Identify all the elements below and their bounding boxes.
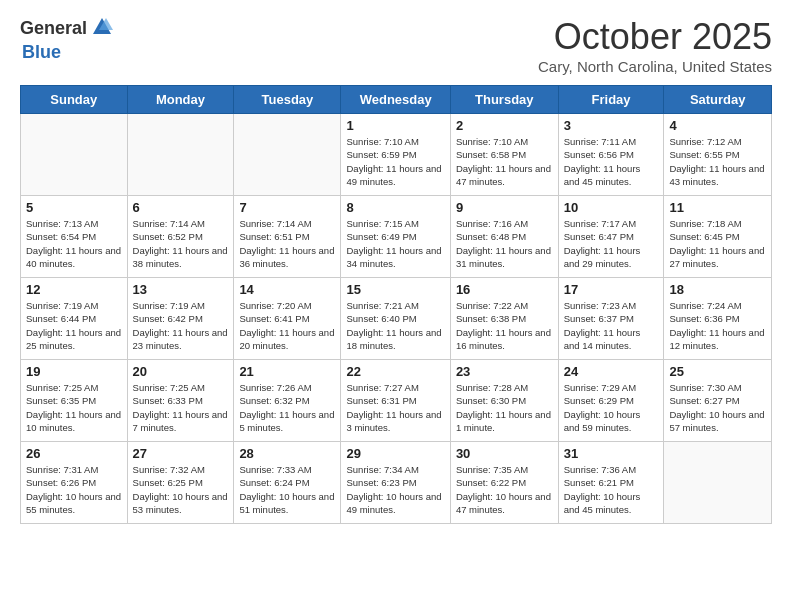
day-info: Sunrise: 7:26 AM Sunset: 6:32 PM Dayligh…	[239, 381, 335, 434]
day-info: Sunrise: 7:34 AM Sunset: 6:23 PM Dayligh…	[346, 463, 444, 516]
day-number: 10	[564, 200, 659, 215]
day-number: 31	[564, 446, 659, 461]
calendar-cell	[234, 114, 341, 196]
calendar-header-row: Sunday Monday Tuesday Wednesday Thursday…	[21, 86, 772, 114]
calendar-table: Sunday Monday Tuesday Wednesday Thursday…	[20, 85, 772, 524]
day-info: Sunrise: 7:28 AM Sunset: 6:30 PM Dayligh…	[456, 381, 553, 434]
day-info: Sunrise: 7:10 AM Sunset: 6:58 PM Dayligh…	[456, 135, 553, 188]
month-title: October 2025	[538, 16, 772, 58]
day-number: 3	[564, 118, 659, 133]
calendar-cell: 20Sunrise: 7:25 AM Sunset: 6:33 PM Dayli…	[127, 360, 234, 442]
calendar-week-1: 1Sunrise: 7:10 AM Sunset: 6:59 PM Daylig…	[21, 114, 772, 196]
logo-icon	[91, 16, 113, 42]
calendar-cell: 6Sunrise: 7:14 AM Sunset: 6:52 PM Daylig…	[127, 196, 234, 278]
day-number: 19	[26, 364, 122, 379]
calendar-cell: 4Sunrise: 7:12 AM Sunset: 6:55 PM Daylig…	[664, 114, 772, 196]
day-info: Sunrise: 7:22 AM Sunset: 6:38 PM Dayligh…	[456, 299, 553, 352]
calendar-cell: 8Sunrise: 7:15 AM Sunset: 6:49 PM Daylig…	[341, 196, 450, 278]
day-info: Sunrise: 7:25 AM Sunset: 6:35 PM Dayligh…	[26, 381, 122, 434]
calendar-cell: 17Sunrise: 7:23 AM Sunset: 6:37 PM Dayli…	[558, 278, 664, 360]
day-info: Sunrise: 7:23 AM Sunset: 6:37 PM Dayligh…	[564, 299, 659, 352]
day-number: 29	[346, 446, 444, 461]
day-number: 23	[456, 364, 553, 379]
day-info: Sunrise: 7:29 AM Sunset: 6:29 PM Dayligh…	[564, 381, 659, 434]
day-info: Sunrise: 7:11 AM Sunset: 6:56 PM Dayligh…	[564, 135, 659, 188]
calendar-cell: 14Sunrise: 7:20 AM Sunset: 6:41 PM Dayli…	[234, 278, 341, 360]
calendar-cell: 18Sunrise: 7:24 AM Sunset: 6:36 PM Dayli…	[664, 278, 772, 360]
calendar-week-4: 19Sunrise: 7:25 AM Sunset: 6:35 PM Dayli…	[21, 360, 772, 442]
calendar-cell: 23Sunrise: 7:28 AM Sunset: 6:30 PM Dayli…	[450, 360, 558, 442]
col-monday: Monday	[127, 86, 234, 114]
day-number: 6	[133, 200, 229, 215]
day-info: Sunrise: 7:10 AM Sunset: 6:59 PM Dayligh…	[346, 135, 444, 188]
calendar-cell: 10Sunrise: 7:17 AM Sunset: 6:47 PM Dayli…	[558, 196, 664, 278]
header: General Blue October 2025 Cary, North Ca…	[20, 16, 772, 75]
calendar-cell: 5Sunrise: 7:13 AM Sunset: 6:54 PM Daylig…	[21, 196, 128, 278]
day-number: 22	[346, 364, 444, 379]
col-tuesday: Tuesday	[234, 86, 341, 114]
calendar-cell: 29Sunrise: 7:34 AM Sunset: 6:23 PM Dayli…	[341, 442, 450, 524]
day-info: Sunrise: 7:19 AM Sunset: 6:44 PM Dayligh…	[26, 299, 122, 352]
calendar-cell: 24Sunrise: 7:29 AM Sunset: 6:29 PM Dayli…	[558, 360, 664, 442]
day-info: Sunrise: 7:20 AM Sunset: 6:41 PM Dayligh…	[239, 299, 335, 352]
day-number: 2	[456, 118, 553, 133]
calendar-cell: 31Sunrise: 7:36 AM Sunset: 6:21 PM Dayli…	[558, 442, 664, 524]
day-info: Sunrise: 7:32 AM Sunset: 6:25 PM Dayligh…	[133, 463, 229, 516]
calendar-cell: 13Sunrise: 7:19 AM Sunset: 6:42 PM Dayli…	[127, 278, 234, 360]
day-info: Sunrise: 7:14 AM Sunset: 6:51 PM Dayligh…	[239, 217, 335, 270]
logo-general-text: General	[20, 19, 87, 39]
day-number: 1	[346, 118, 444, 133]
day-number: 5	[26, 200, 122, 215]
calendar-cell: 1Sunrise: 7:10 AM Sunset: 6:59 PM Daylig…	[341, 114, 450, 196]
day-number: 21	[239, 364, 335, 379]
col-sunday: Sunday	[21, 86, 128, 114]
day-info: Sunrise: 7:35 AM Sunset: 6:22 PM Dayligh…	[456, 463, 553, 516]
calendar-cell	[127, 114, 234, 196]
day-number: 13	[133, 282, 229, 297]
day-number: 4	[669, 118, 766, 133]
day-info: Sunrise: 7:14 AM Sunset: 6:52 PM Dayligh…	[133, 217, 229, 270]
day-info: Sunrise: 7:24 AM Sunset: 6:36 PM Dayligh…	[669, 299, 766, 352]
day-info: Sunrise: 7:17 AM Sunset: 6:47 PM Dayligh…	[564, 217, 659, 270]
calendar-cell	[664, 442, 772, 524]
calendar-cell: 9Sunrise: 7:16 AM Sunset: 6:48 PM Daylig…	[450, 196, 558, 278]
calendar-cell: 16Sunrise: 7:22 AM Sunset: 6:38 PM Dayli…	[450, 278, 558, 360]
day-info: Sunrise: 7:16 AM Sunset: 6:48 PM Dayligh…	[456, 217, 553, 270]
day-info: Sunrise: 7:19 AM Sunset: 6:42 PM Dayligh…	[133, 299, 229, 352]
calendar-week-2: 5Sunrise: 7:13 AM Sunset: 6:54 PM Daylig…	[21, 196, 772, 278]
calendar-week-3: 12Sunrise: 7:19 AM Sunset: 6:44 PM Dayli…	[21, 278, 772, 360]
logo: General Blue	[20, 16, 113, 63]
day-info: Sunrise: 7:21 AM Sunset: 6:40 PM Dayligh…	[346, 299, 444, 352]
calendar-cell: 2Sunrise: 7:10 AM Sunset: 6:58 PM Daylig…	[450, 114, 558, 196]
day-info: Sunrise: 7:31 AM Sunset: 6:26 PM Dayligh…	[26, 463, 122, 516]
day-number: 16	[456, 282, 553, 297]
day-number: 25	[669, 364, 766, 379]
day-info: Sunrise: 7:18 AM Sunset: 6:45 PM Dayligh…	[669, 217, 766, 270]
page: General Blue October 2025 Cary, North Ca…	[0, 0, 792, 612]
day-info: Sunrise: 7:30 AM Sunset: 6:27 PM Dayligh…	[669, 381, 766, 434]
calendar-cell: 11Sunrise: 7:18 AM Sunset: 6:45 PM Dayli…	[664, 196, 772, 278]
day-number: 9	[456, 200, 553, 215]
calendar-cell: 27Sunrise: 7:32 AM Sunset: 6:25 PM Dayli…	[127, 442, 234, 524]
calendar-cell: 12Sunrise: 7:19 AM Sunset: 6:44 PM Dayli…	[21, 278, 128, 360]
day-number: 18	[669, 282, 766, 297]
day-info: Sunrise: 7:27 AM Sunset: 6:31 PM Dayligh…	[346, 381, 444, 434]
day-info: Sunrise: 7:36 AM Sunset: 6:21 PM Dayligh…	[564, 463, 659, 516]
col-saturday: Saturday	[664, 86, 772, 114]
day-number: 8	[346, 200, 444, 215]
calendar-cell: 25Sunrise: 7:30 AM Sunset: 6:27 PM Dayli…	[664, 360, 772, 442]
calendar-cell: 28Sunrise: 7:33 AM Sunset: 6:24 PM Dayli…	[234, 442, 341, 524]
day-info: Sunrise: 7:15 AM Sunset: 6:49 PM Dayligh…	[346, 217, 444, 270]
day-number: 24	[564, 364, 659, 379]
day-number: 20	[133, 364, 229, 379]
col-wednesday: Wednesday	[341, 86, 450, 114]
calendar-cell: 3Sunrise: 7:11 AM Sunset: 6:56 PM Daylig…	[558, 114, 664, 196]
calendar-cell: 21Sunrise: 7:26 AM Sunset: 6:32 PM Dayli…	[234, 360, 341, 442]
calendar-cell: 7Sunrise: 7:14 AM Sunset: 6:51 PM Daylig…	[234, 196, 341, 278]
calendar-cell: 15Sunrise: 7:21 AM Sunset: 6:40 PM Dayli…	[341, 278, 450, 360]
day-number: 7	[239, 200, 335, 215]
day-number: 26	[26, 446, 122, 461]
logo-line1: General	[20, 16, 113, 42]
day-info: Sunrise: 7:12 AM Sunset: 6:55 PM Dayligh…	[669, 135, 766, 188]
calendar-cell: 30Sunrise: 7:35 AM Sunset: 6:22 PM Dayli…	[450, 442, 558, 524]
